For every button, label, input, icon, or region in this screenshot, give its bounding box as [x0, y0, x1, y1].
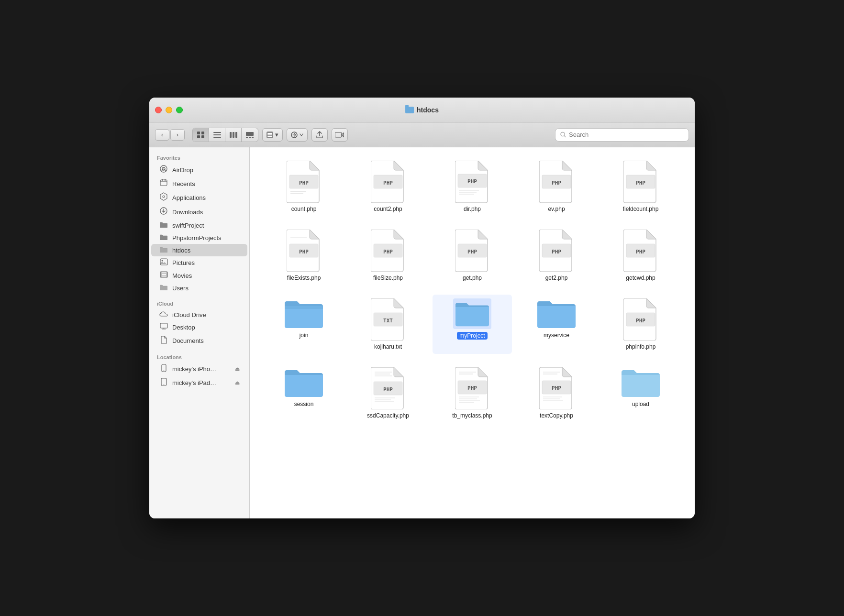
svg-text:PHP: PHP — [383, 180, 393, 186]
file-name: fieldcount.php — [623, 206, 659, 212]
search-icon — [560, 132, 566, 138]
svg-rect-37 — [160, 323, 167, 328]
documents-icon — [159, 336, 168, 346]
maximize-button[interactable] — [176, 107, 183, 113]
nav-buttons: ‹ › — [155, 129, 185, 141]
list-item[interactable]: upload — [601, 363, 680, 423]
svg-rect-9 — [235, 132, 237, 138]
list-item[interactable]: PHP count2.php — [348, 157, 428, 216]
sidebar-item-documents[interactable]: Documents — [151, 334, 247, 348]
svg-rect-10 — [246, 132, 254, 136]
list-item[interactable]: session — [264, 363, 344, 423]
icon-view-button[interactable] — [193, 128, 209, 142]
folder-icon — [622, 367, 660, 398]
list-item[interactable]: PHP fileExists.php — [264, 226, 344, 285]
list-item[interactable]: myProject — [433, 295, 512, 354]
desktop-icon — [159, 323, 168, 332]
sidebar-item-movies[interactable]: Movies — [151, 269, 247, 282]
txt-file-icon: TXT — [371, 298, 405, 341]
list-item[interactable]: PHP get2.php — [517, 226, 596, 285]
file-name: tb_myclass.php — [452, 412, 492, 419]
svg-text:PHP: PHP — [299, 249, 309, 255]
sidebar-item-ipad[interactable]: mickey's iPad… ⏏ — [151, 376, 247, 390]
applications-label: Applications — [172, 194, 206, 201]
back-button[interactable]: ‹ — [155, 129, 169, 141]
titlebar: htdocs — [149, 98, 695, 122]
sidebar-item-phpstorm[interactable]: PhpstormProjects — [151, 231, 247, 244]
sidebar-item-downloads[interactable]: Downloads — [151, 205, 247, 219]
php-file-icon: PHP — [371, 161, 405, 203]
downloads-label: Downloads — [172, 209, 203, 216]
list-item[interactable]: PHP phpinfo.php — [601, 295, 680, 354]
file-name: count.php — [291, 206, 317, 212]
list-item[interactable]: PHP get.php — [433, 226, 512, 285]
list-item[interactable]: PHP dir.php — [433, 157, 512, 216]
sidebar-item-htdocs[interactable]: htdocs — [151, 244, 247, 256]
close-button[interactable] — [155, 107, 162, 113]
list-view-button[interactable] — [209, 128, 225, 142]
list-item[interactable]: join — [264, 295, 344, 354]
forward-button[interactable]: › — [170, 129, 185, 141]
tag-button[interactable] — [332, 128, 348, 142]
sidebar-item-applications[interactable]: Applications — [151, 190, 247, 205]
title-folder-icon — [405, 107, 414, 113]
list-item[interactable]: TXT kojiharu.txt — [348, 295, 428, 354]
minimize-button[interactable] — [166, 107, 172, 113]
phpstorm-icon — [159, 233, 168, 242]
folder-icon — [285, 367, 323, 398]
desktop-label: Desktop — [172, 324, 195, 331]
file-name: fileExists.php — [287, 275, 321, 281]
list-item[interactable]: PHP fileSize.php — [348, 226, 428, 285]
ipad-eject[interactable]: ⏏ — [235, 380, 240, 386]
svg-text:PHP: PHP — [552, 249, 561, 255]
action-button[interactable] — [287, 128, 308, 142]
svg-rect-12 — [249, 137, 251, 138]
list-item[interactable]: PHP ssdCapacity.php — [348, 363, 428, 423]
sidebar-item-swiftproject[interactable]: swiftProject — [151, 219, 247, 231]
php-file-icon: PHP — [455, 161, 489, 203]
svg-point-28 — [163, 196, 165, 198]
sidebar-item-icloud-drive[interactable]: iCloud Drive — [151, 308, 247, 321]
sidebar: Favorites AirDrop — [149, 147, 250, 518]
file-name: ev.php — [548, 206, 565, 212]
arrange-arrow: ▾ — [275, 131, 278, 138]
php-file-icon: PHP — [455, 230, 489, 272]
iphone-eject[interactable]: ⏏ — [235, 366, 240, 372]
svg-text:TXT: TXT — [383, 318, 393, 324]
php-file-icon: PHP — [539, 367, 574, 409]
icloud-drive-icon — [159, 310, 168, 319]
search-input[interactable] — [569, 131, 684, 138]
php-file-icon: PHP — [623, 230, 658, 272]
arrange-button[interactable]: ▾ — [262, 128, 283, 142]
list-item[interactable]: myservice — [517, 295, 596, 354]
list-item[interactable]: PHP fieldcount.php — [601, 157, 680, 216]
svg-text:PHP: PHP — [467, 385, 477, 391]
file-name: get.php — [463, 275, 482, 281]
list-item[interactable]: PHP getcwd.php — [601, 226, 680, 285]
iphone-label: mickey's iPho… — [172, 365, 216, 373]
svg-rect-24 — [160, 180, 167, 186]
search-box[interactable] — [555, 128, 689, 142]
list-item[interactable]: PHP textCopy.php — [517, 363, 596, 423]
column-view-button[interactable] — [225, 128, 242, 142]
file-name: phpinfo.php — [626, 343, 656, 350]
svg-text:PHP: PHP — [636, 180, 645, 186]
users-label: Users — [172, 285, 189, 292]
sidebar-item-desktop[interactable]: Desktop — [151, 321, 247, 334]
sidebar-item-iphone[interactable]: mickey's iPho… ⏏ — [151, 362, 247, 376]
svg-rect-2 — [197, 135, 200, 138]
svg-rect-1 — [201, 132, 204, 134]
list-item[interactable]: PHP tb_myclass.php — [433, 363, 512, 423]
sidebar-item-airdrop[interactable]: AirDrop — [151, 163, 247, 177]
svg-rect-3 — [201, 135, 204, 138]
file-name: get2.php — [545, 275, 568, 281]
share-button[interactable] — [311, 128, 328, 142]
file-grid: PHP count.php PHP — [264, 157, 680, 423]
gallery-view-button[interactable] — [242, 128, 258, 142]
list-item[interactable]: PHP count.php — [264, 157, 344, 216]
sidebar-item-recents[interactable]: Recents — [151, 177, 247, 190]
movies-icon — [159, 271, 168, 280]
list-item[interactable]: PHP ev.php — [517, 157, 596, 216]
sidebar-item-pictures[interactable]: Pictures — [151, 256, 247, 269]
sidebar-item-users[interactable]: Users — [151, 282, 247, 294]
